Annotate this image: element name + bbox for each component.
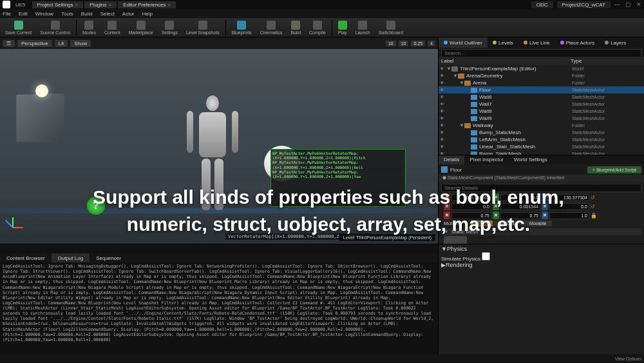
details-tab-details[interactable]: Details (439, 155, 464, 164)
location-z-input[interactable] (549, 194, 589, 201)
location-x-input[interactable] (451, 194, 491, 201)
close-tab-icon[interactable]: × (109, 2, 112, 8)
rendering-section-header[interactable]: ▶Rendering (441, 262, 641, 268)
physics-section-header[interactable]: ▼Physics (441, 246, 641, 252)
component-row[interactable]: ⬣ StaticMeshComponent (StaticMeshCompone… (439, 175, 644, 182)
close-tab-icon[interactable]: × (167, 2, 171, 8)
menu-edit[interactable]: Edit (19, 11, 28, 17)
close-icon[interactable]: ✕ (636, 1, 641, 8)
editor-tab[interactable]: Project Settings× (32, 1, 84, 8)
menu-actor[interactable]: Actor (122, 11, 135, 17)
visibility-icon[interactable]: 👁 (440, 81, 446, 85)
visibility-icon[interactable]: 👁 (440, 130, 446, 135)
details-tab-pixel-inspector[interactable]: Pixel Inspector (464, 155, 508, 164)
scale-x-input[interactable] (451, 212, 491, 219)
visibility-icon[interactable]: 👁 (440, 102, 446, 106)
marketplace-button[interactable]: Marketplace (125, 20, 157, 35)
rotation-z-input[interactable] (549, 203, 589, 210)
menu-tools[interactable]: Tools (61, 11, 73, 17)
save-current-button[interactable]: Save Current (1, 20, 35, 35)
angle-snap[interactable]: 10 (399, 41, 409, 46)
mesh-thumbnail[interactable] (444, 236, 467, 244)
outliner-row[interactable]: 👁Wall8StaticMeshActor (439, 108, 644, 115)
visibility-icon[interactable]: 👁 (440, 123, 446, 128)
3d-viewport[interactable]: ? BP_MyTestActor.MyPubVectorRotatorMap:(… (0, 49, 438, 244)
outliner-row[interactable]: 👁Wall9StaticMeshActor (439, 115, 644, 122)
grid-snap[interactable]: 10 (386, 41, 396, 46)
outliner-row[interactable]: 👁▼WalkwayFolder (439, 122, 644, 129)
selected-actor-name[interactable]: Floor (450, 167, 585, 173)
menu-help[interactable]: Help (142, 11, 153, 17)
panel-tab-layers[interactable]: Layers (600, 37, 631, 48)
odc-badge[interactable]: ODC (531, 1, 553, 8)
outliner-row[interactable]: 👁▼ThirdPersonExampleMap (Editor)World (439, 65, 644, 72)
rotation-x-input[interactable] (451, 203, 491, 210)
outliner-row[interactable]: 👁Ramp_StaticMeshStaticMeshActor (439, 150, 644, 155)
minimize-icon[interactable]: — (614, 1, 620, 8)
reset-icon[interactable]: ↺ (591, 204, 595, 210)
visibility-icon[interactable]: 👁 (440, 95, 446, 99)
editor-tab[interactable]: Editor Preferences× (118, 1, 176, 8)
add-blueprint-button[interactable]: + Blueprint/Add Script (587, 166, 641, 173)
details-tab-world-settings[interactable]: World Settings (509, 155, 553, 164)
modes-button[interactable]: Modes (79, 20, 100, 35)
bottom-tab-output-log[interactable]: Output Log (52, 253, 90, 262)
outliner-row[interactable]: 👁Wall7StaticMeshActor (439, 101, 644, 108)
menu-select[interactable]: Select (100, 11, 115, 17)
menu-file[interactable]: File (3, 11, 11, 17)
cinematics-button[interactable]: Cinematics (256, 20, 287, 35)
reset-icon[interactable]: ↺ (591, 195, 595, 201)
play-button[interactable]: Play (334, 20, 351, 35)
visibility-icon[interactable]: 👁 (440, 144, 446, 149)
compile-button[interactable]: Compile (305, 20, 330, 35)
lock-scale-icon[interactable]: 🔒 (591, 213, 597, 219)
panel-tab-place-actors[interactable]: Place Actors (555, 37, 600, 48)
build-button[interactable]: Build (287, 20, 305, 35)
mobility-stationary[interactable]: Stationary (493, 221, 524, 226)
panel-tab-levels[interactable]: Levels (488, 37, 518, 48)
location-y-input[interactable] (500, 194, 540, 201)
level-snapshots-button[interactable]: Level Snapshots (182, 20, 223, 35)
content-button[interactable]: Content (100, 20, 124, 35)
rotation-y-input[interactable] (500, 203, 540, 210)
scale-y-input[interactable] (500, 212, 540, 219)
launch-button[interactable]: Launch (352, 20, 374, 35)
visibility-icon[interactable]: 👁 (440, 66, 446, 71)
mobility-movable[interactable]: Movable (524, 221, 551, 226)
log-output[interactable]: LogCmdAssistTool: Ignore Tab: MessagingD… (0, 262, 438, 354)
settings-button[interactable]: Settings (158, 20, 182, 35)
maximize-icon[interactable]: ▢ (625, 1, 631, 8)
blueprints-button[interactable]: Blueprints (228, 20, 256, 35)
outliner-row[interactable]: 👁Linear_Stair_StaticMeshStaticMeshActor (439, 143, 644, 150)
menu-window[interactable]: Window (35, 11, 53, 17)
viewport-menu-button[interactable]: ☰ (3, 40, 15, 47)
header-label[interactable]: Label (441, 58, 571, 64)
camera-speed[interactable]: 4 (428, 41, 435, 46)
visibility-icon[interactable]: 👁 (440, 137, 446, 142)
outliner-row[interactable]: 👁Bump_StaticMeshStaticMeshActor (439, 129, 644, 136)
menu-build[interactable]: Build (81, 11, 93, 17)
project-name[interactable]: ProjectZCQ_wCAT (557, 1, 611, 8)
editor-tab[interactable]: Plugins× (84, 1, 117, 8)
outliner-row[interactable]: 👁▼ArenaGeometryFolder (439, 72, 644, 79)
visibility-icon[interactable]: 👁 (440, 88, 446, 92)
close-tab-icon[interactable]: × (75, 2, 79, 8)
show-button[interactable]: Show (70, 40, 91, 47)
status-view-options[interactable]: View Options (615, 357, 641, 361)
visibility-icon[interactable]: 👁 (440, 116, 446, 121)
simulate-physics-checkbox[interactable] (482, 252, 490, 260)
panel-tab-live-link[interactable]: Live Link (518, 37, 555, 48)
source-control-button[interactable]: Source Control (36, 20, 74, 35)
bottom-tab-content-browser[interactable]: Content Browser (0, 253, 52, 262)
lit-button[interactable]: Lit (55, 40, 68, 47)
switchboard-button[interactable]: Switchboard (375, 20, 408, 35)
perspective-button[interactable]: Perspective (17, 40, 52, 47)
scale-snap[interactable]: 0.25 (411, 41, 425, 46)
outliner-row[interactable]: 👁FloorStaticMeshActor (439, 86, 644, 93)
header-type[interactable]: Type (571, 58, 641, 64)
outliner-row[interactable]: 👁LeftArm_StaticMeshStaticMeshActor (439, 136, 644, 143)
outliner-row[interactable]: 👁▼ArenaFolder (439, 79, 644, 86)
panel-tab-world-outliner[interactable]: World Outliner (439, 37, 488, 48)
visibility-icon[interactable]: 👁 (440, 109, 446, 113)
outliner-row[interactable]: 👁Wall6StaticMeshActor (439, 93, 644, 101)
